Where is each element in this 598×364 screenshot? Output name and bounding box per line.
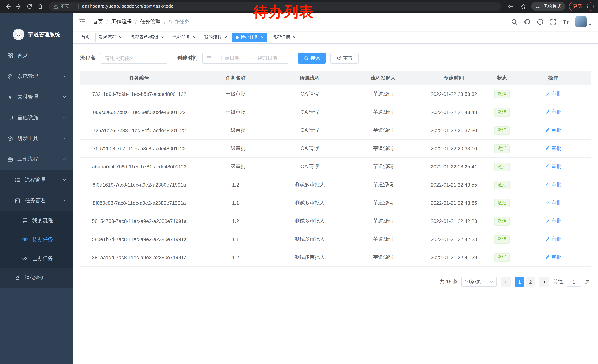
page-button-1[interactable]: 1: [515, 277, 524, 287]
sidebar-item-leave-query[interactable]: 请假查询: [0, 268, 73, 289]
process-name-input[interactable]: [100, 53, 167, 64]
security-warning[interactable]: 不安全: [53, 3, 74, 9]
cell-action: 审批: [516, 91, 590, 97]
cell-action: 审批: [516, 127, 590, 134]
forward-button[interactable]: [14, 1, 24, 11]
page-button-2[interactable]: 2: [526, 277, 535, 287]
range-separator: -: [246, 55, 251, 61]
briefcase-icon: [8, 156, 13, 162]
sidebar: 芋道管理系统 首页系统管理¥支付管理基础设施研发工具工作流程流程管理任务管理我的…: [0, 13, 73, 364]
kanban-icon: [15, 198, 20, 203]
next-page-button[interactable]: [539, 277, 549, 287]
col-starter: 流程发起人: [347, 75, 419, 81]
key-icon[interactable]: [506, 2, 515, 11]
search-label: 搜索: [310, 55, 320, 61]
approve-button[interactable]: 审批: [545, 127, 561, 134]
font-size-icon[interactable]: TT: [562, 18, 570, 25]
edit-icon: [545, 110, 550, 115]
sidebar-item-task-mgmt[interactable]: 任务管理: [0, 190, 73, 211]
fullscreen-icon[interactable]: [549, 18, 557, 25]
tab-label: 待办任务: [241, 34, 258, 40]
approve-button[interactable]: 审批: [545, 200, 561, 206]
col-task-name: 任务名称: [199, 75, 273, 81]
sidebar-item-infrastructure[interactable]: 基础设施: [0, 107, 73, 128]
back-button[interactable]: [3, 1, 13, 11]
sidebar-item-system-mgmt[interactable]: 系统管理: [0, 66, 73, 87]
cell-id: 381aa1dd-7ac8-11ec-a9e2-a2380e71991a: [80, 255, 199, 260]
approve-button[interactable]: 审批: [545, 181, 561, 188]
sidebar-item-label: 首页: [17, 52, 28, 59]
close-icon[interactable]: ×: [261, 35, 264, 40]
cell-id: 580e1b3d-7ac8-11ec-a9e2-a2380e71991a: [80, 236, 199, 242]
approve-button[interactable]: 审批: [545, 109, 561, 115]
sidebar-item-dev-tools[interactable]: 研发工具: [0, 128, 73, 149]
approve-button[interactable]: 审批: [545, 163, 561, 170]
breadcrumb-item[interactable]: 任务管理: [140, 18, 161, 25]
approve-button[interactable]: 审批: [545, 91, 561, 97]
tab-start-process[interactable]: 发起流程×: [95, 32, 125, 42]
double-check-icon: [22, 256, 28, 261]
cell-name: 1.2: [199, 182, 273, 187]
cell-starter: 芋道源码: [347, 127, 419, 134]
update-label: 更新: [573, 3, 582, 9]
chevron-down-icon: [62, 136, 67, 141]
sidebar-item-my-process[interactable]: 我的流程: [0, 211, 73, 230]
page-size-select[interactable]: 10条/页: [461, 277, 497, 287]
search-icon[interactable]: [511, 18, 518, 25]
sidebar-item-home[interactable]: 首页: [0, 45, 73, 66]
close-icon[interactable]: ×: [293, 35, 295, 40]
breadcrumb-separator: /: [135, 19, 137, 25]
sidebar-item-payment-mgmt[interactable]: ¥支付管理: [0, 87, 73, 107]
cell-process: 测试多审批人: [273, 218, 347, 224]
kebab-menu-icon[interactable]: [585, 4, 590, 9]
approve-button[interactable]: 审批: [545, 218, 561, 224]
close-icon[interactable]: ×: [161, 35, 164, 40]
breadcrumb-item[interactable]: 工作流程: [111, 18, 132, 25]
cell-starter: 芋道源码: [347, 91, 419, 97]
breadcrumb-item: 待办任务: [169, 18, 190, 25]
avatar[interactable]: [575, 16, 587, 27]
approve-label: 审批: [551, 145, 561, 152]
reset-button[interactable]: 重置: [331, 53, 359, 64]
tab-process-detail[interactable]: 流程详情×: [269, 32, 299, 42]
cell-time: 2022-01-21 22:43:55: [419, 182, 488, 187]
github-icon[interactable]: [523, 18, 531, 25]
close-icon[interactable]: ×: [224, 35, 227, 40]
sidebar-item-todo-task[interactable]: 待办任务: [0, 230, 73, 249]
approve-button[interactable]: 审批: [545, 254, 561, 261]
close-icon[interactable]: ×: [119, 35, 122, 40]
approve-button[interactable]: 审批: [545, 145, 561, 152]
tab-home[interactable]: 首页: [78, 32, 93, 42]
tab-my-process[interactable]: 我的流程×: [201, 32, 231, 42]
rabbit-logo-icon: [12, 29, 24, 40]
search-button[interactable]: 搜索: [298, 53, 326, 64]
sidebar-item-label: 流程管理: [25, 177, 46, 183]
tab-todo-tasks[interactable]: 待办任务×: [233, 32, 267, 42]
bookmark-star-icon[interactable]: [519, 2, 528, 11]
cell-name: 一级审批: [199, 109, 273, 115]
sidebar-item-done-task[interactable]: 已办任务: [0, 249, 73, 268]
eye-icon: [22, 237, 28, 242]
home-button[interactable]: [35, 1, 45, 11]
date-range-picker[interactable]: 开始日期 - 结束日期: [202, 53, 288, 64]
page-content: 流程名 创建时间 开始日期 - 结束日期 搜索: [73, 44, 598, 364]
cell-id: 8f0d1619-7ac8-11ec-a9e2-a2380e71991a: [80, 182, 199, 187]
active-tab-dot: [236, 36, 239, 39]
sidebar-item-workflow[interactable]: 工作流程: [0, 149, 73, 170]
user-menu[interactable]: [575, 16, 592, 27]
approve-button[interactable]: 审批: [545, 236, 561, 243]
sidebar-logo[interactable]: 芋道管理系统: [0, 13, 73, 45]
goto-page-input[interactable]: [566, 277, 581, 287]
address-bar[interactable]: 不安全 dashboard.yudao.iocoder.cn/bpm/task/…: [49, 2, 501, 11]
cell-process: OA 请假: [273, 145, 347, 152]
prev-page-button[interactable]: [500, 277, 511, 287]
close-icon[interactable]: ×: [193, 35, 195, 40]
help-icon[interactable]: ?: [537, 18, 544, 25]
update-button[interactable]: 更新: [569, 2, 594, 11]
sidebar-item-process-mgmt[interactable]: 流程管理: [0, 170, 73, 190]
tab-done-tasks[interactable]: 已办任务×: [169, 32, 199, 42]
sidebar-collapse-icon[interactable]: [79, 18, 87, 26]
refresh-button[interactable]: [25, 1, 34, 11]
breadcrumb-item[interactable]: 首页: [93, 18, 103, 25]
tab-form-edit[interactable]: 流程表单-编辑×: [127, 32, 167, 42]
